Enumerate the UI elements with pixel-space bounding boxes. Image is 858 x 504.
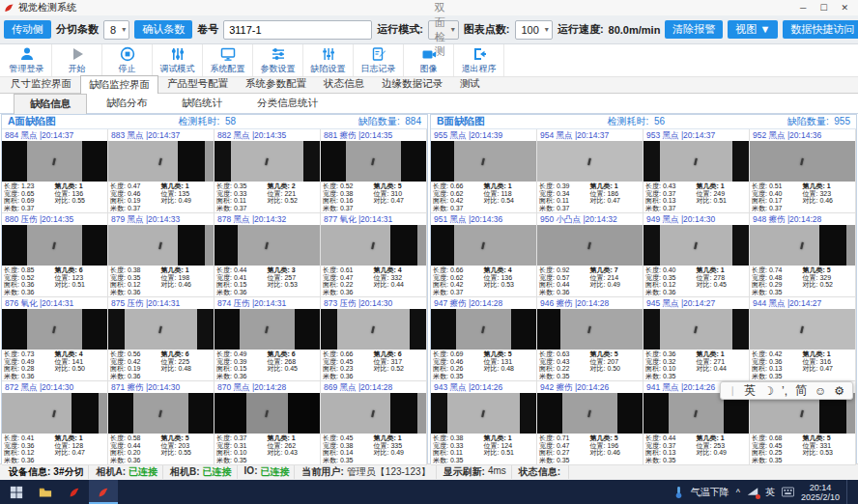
defect-thumbnail-image[interactable] — [214, 393, 320, 434]
defect-thumbnail-image[interactable] — [537, 225, 643, 266]
action-exit[interactable]: 退出程序 — [454, 44, 504, 76]
defect-thumbnail-image[interactable] — [214, 309, 320, 350]
defect-cell[interactable]: 945 黑点 |20:14:27长度: 0.36宽度: 0.32面积: 0.10… — [644, 297, 750, 381]
defect-thumbnail-image[interactable] — [2, 393, 107, 434]
defect-cell[interactable]: 947 擦伤 |20:14:28长度: 0.69宽度: 0.46面积: 0.26… — [431, 297, 537, 381]
defect-thumbnail-image[interactable] — [108, 393, 214, 434]
weather-text[interactable]: 气温下降 — [691, 486, 729, 499]
minimize-button[interactable]: ─ — [800, 3, 806, 13]
defect-cell[interactable]: 876 氧化 |20:14:31长度: 0.73宽度: 0.49面积: 0.28… — [2, 297, 108, 381]
maximize-button[interactable]: ☐ — [819, 3, 827, 13]
subtab-3[interactable]: 缺陷统计 — [166, 94, 238, 113]
defect-cell[interactable]: 943 黑点 |20:14:26长度: 0.38宽度: 0.33面积: 0.11… — [431, 381, 537, 465]
defect-thumbnail-image[interactable] — [108, 225, 214, 266]
slit-count-select[interactable]: 8 ▾ — [103, 20, 129, 40]
view-menu-button[interactable]: 视图 ▼ — [728, 20, 778, 39]
defect-cell[interactable]: 872 黑点 |20:14:30长度: 0.41宽度: 0.36面积: 0.12… — [2, 381, 108, 465]
defect-thumbnail-image[interactable] — [431, 393, 536, 434]
defect-thumbnail-image[interactable] — [431, 141, 536, 182]
smiley-icon[interactable]: ☺ — [815, 384, 826, 398]
hidden-icons-button[interactable]: ^ — [736, 488, 740, 497]
defect-cell[interactable]: 949 黑点 |20:14:30长度: 0.40宽度: 0.35面积: 0.12… — [644, 213, 750, 297]
defect-cell[interactable]: 875 压伤 |20:14:31长度: 0.56宽度: 0.42面积: 0.19… — [108, 297, 214, 381]
tab-2[interactable]: 缺陷监控界面 — [80, 75, 158, 94]
defect-thumbnail-image[interactable] — [214, 141, 320, 182]
defect-thumbnail-image[interactable] — [750, 141, 855, 182]
defect-cell[interactable]: 883 黑点 |20:14:37长度: 0.47宽度: 0.46面积: 0.19… — [108, 129, 214, 213]
defect-thumbnail-image[interactable] — [321, 309, 426, 350]
defect-thumbnail-image[interactable] — [214, 225, 320, 266]
defect-cell[interactable]: 954 黑点 |20:14:37长度: 0.39宽度: 0.34面积: 0.11… — [537, 129, 644, 213]
tab-5[interactable]: 状态信息 — [315, 74, 373, 93]
defect-thumbnail-image[interactable] — [321, 225, 426, 266]
language-indicator[interactable]: 英 — [765, 486, 775, 499]
start-button[interactable] — [2, 480, 31, 504]
defect-thumbnail-image[interactable] — [537, 393, 643, 434]
quick-access-menu-button[interactable]: 数据快捷访问 ▼ — [783, 20, 858, 39]
subtab-1[interactable]: 缺陷信息 — [14, 94, 87, 114]
ime-simplified-mode[interactable]: 简 — [795, 382, 807, 399]
defect-thumbnail-image[interactable] — [431, 225, 536, 266]
defect-thumbnail-image[interactable] — [644, 225, 749, 266]
taskbar-clock[interactable]: 20:14 2025/2/10 — [801, 483, 840, 502]
close-button[interactable]: ✕ — [841, 3, 848, 13]
defect-cell[interactable]: 944 黑点 |20:14:27长度: 0.42宽度: 0.36面积: 0.13… — [750, 297, 856, 381]
defect-cell[interactable]: 948 擦伤 |20:14:28长度: 0.74宽度: 0.48面积: 0.29… — [750, 213, 856, 297]
defect-thumbnail-image[interactable] — [537, 309, 643, 350]
show-desktop-button[interactable] — [846, 480, 854, 504]
action-debug-sliders[interactable]: 调试模式 — [153, 44, 203, 76]
tab-3[interactable]: 产品型号配置 — [158, 74, 237, 93]
defect-cell[interactable]: 881 擦伤 |20:14:35长度: 0.52宽度: 0.38面积: 0.16… — [321, 129, 427, 213]
gear-icon[interactable]: ⚙ — [834, 384, 844, 398]
defect-cell[interactable]: 878 黑点 |20:14:32长度: 0.44宽度: 0.41面积: 0.15… — [214, 213, 321, 297]
defect-cell[interactable]: 880 压伤 |20:14:35长度: 0.85宽度: 0.52面积: 0.36… — [2, 213, 108, 297]
ime-english-mode[interactable]: 英 — [744, 382, 756, 399]
defect-cell[interactable]: 873 压伤 |20:14:30长度: 0.66宽度: 0.45面积: 0.23… — [321, 297, 427, 381]
action-play[interactable]: 开始 — [52, 44, 102, 76]
defect-cell[interactable]: 942 擦伤 |20:14:26长度: 0.71宽度: 0.47面积: 0.27… — [537, 381, 644, 465]
defect-thumbnail-image[interactable] — [750, 309, 855, 350]
defect-cell[interactable]: 950 小凸点 |20:14:32长度: 0.92宽度: 0.57面积: 0.4… — [537, 213, 644, 297]
defect-thumbnail-image[interactable] — [537, 141, 643, 182]
subtab-4[interactable]: 分类信息统计 — [242, 94, 333, 113]
defect-thumbnail-image[interactable] — [108, 141, 214, 182]
clear-alarm-button[interactable]: 清除报警 — [665, 20, 723, 39]
roll-number-input[interactable] — [223, 20, 372, 40]
defect-cell[interactable]: 951 黑点 |20:14:36长度: 0.66宽度: 0.62面积: 0.42… — [431, 213, 537, 297]
defect-cell[interactable]: 952 黑点 |20:14:36长度: 0.51宽度: 0.40面积: 0.17… — [750, 129, 856, 213]
defect-cell[interactable]: 882 黑点 |20:14:35长度: 0.35宽度: 0.33面积: 0.11… — [214, 129, 321, 213]
keyboard-icon[interactable] — [782, 487, 794, 497]
defect-thumbnail-image[interactable] — [2, 225, 107, 266]
run-mode-select[interactable]: 双面检测 ▾ — [428, 20, 459, 40]
defect-thumbnail-image[interactable] — [644, 141, 749, 182]
action-monitor[interactable]: 系统配置 — [203, 44, 253, 76]
tab-4[interactable]: 系统参数配置 — [237, 74, 315, 93]
app-icon-active[interactable] — [89, 480, 118, 504]
defect-thumbnail-image[interactable] — [2, 309, 107, 350]
action-stop[interactable]: 停止 — [102, 44, 153, 76]
defect-cell[interactable]: 953 黑点 |20:14:37长度: 0.43宽度: 0.37面积: 0.13… — [644, 129, 750, 213]
tab-7[interactable]: 测试 — [451, 74, 489, 93]
defect-cell[interactable]: 874 压伤 |20:14:31长度: 0.49宽度: 0.39面积: 0.15… — [214, 297, 321, 381]
defect-cell[interactable]: 884 黑点 |20:14:37长度: 1.23宽度: 0.65面积: 0.69… — [2, 129, 108, 213]
defect-thumbnail-image[interactable] — [321, 141, 426, 182]
defect-cell[interactable]: 870 黑点 |20:14:28长度: 0.37宽度: 0.31面积: 0.10… — [214, 381, 321, 465]
chart-points-select[interactable]: 100 ▾ — [515, 20, 553, 40]
side-left-button[interactable]: 传动侧 — [4, 20, 51, 39]
ime-punctuation[interactable]: ’, — [782, 384, 787, 398]
defect-thumbnail-image[interactable] — [321, 393, 426, 434]
defect-cell[interactable]: 869 黑点 |20:14:28长度: 0.45宽度: 0.38面积: 0.14… — [321, 381, 427, 465]
tab-6[interactable]: 边缘数据记录 — [373, 74, 451, 93]
tab-1[interactable]: 尺寸监控界面 — [2, 74, 80, 93]
defect-thumbnail-image[interactable] — [750, 225, 855, 266]
file-explorer-button[interactable] — [31, 480, 60, 504]
app-icon-secondary[interactable] — [60, 480, 89, 504]
action-user[interactable]: 管理登录 — [2, 44, 52, 76]
moon-icon[interactable]: ☽ — [763, 384, 774, 398]
action-params-sliders[interactable]: 参数设置 — [253, 44, 303, 76]
defect-thumbnail-image[interactable] — [431, 309, 536, 350]
defect-cell[interactable]: 879 黑点 |20:14:33长度: 0.38宽度: 0.35面积: 0.12… — [108, 213, 214, 297]
defect-thumbnail-image[interactable] — [108, 309, 214, 350]
defect-thumbnail-image[interactable] — [644, 309, 749, 350]
confirm-count-button[interactable]: 确认条数 — [134, 20, 192, 39]
